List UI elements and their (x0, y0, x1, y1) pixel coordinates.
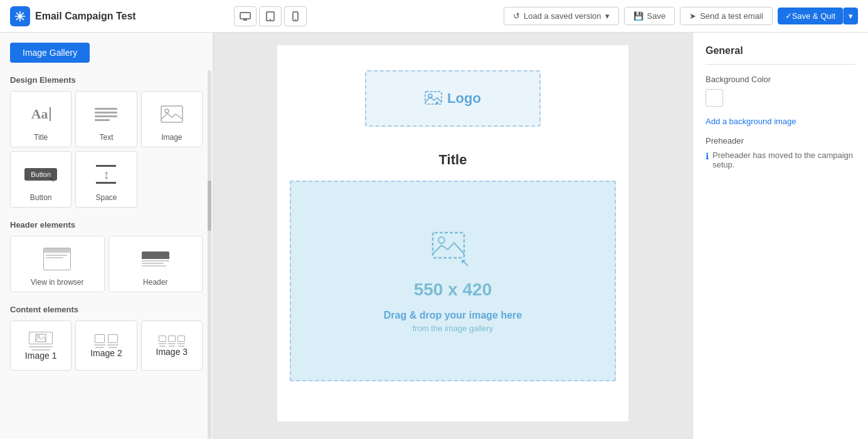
view-in-browser-label: View in browser (31, 278, 83, 287)
svg-point-8 (165, 109, 169, 113)
text-element-card[interactable]: Text (75, 91, 137, 147)
panel-title: General (706, 45, 855, 56)
button-element-card[interactable]: Button ↖ Button (10, 151, 71, 208)
content-img2-card[interactable]: Image 2 (75, 320, 137, 371)
svg-text:↖: ↖ (460, 257, 470, 269)
info-icon: ℹ (706, 151, 709, 161)
text-element-label: Text (99, 133, 113, 142)
drop-zone-icon: ↖ (428, 229, 478, 272)
tablet-icon (266, 11, 275, 21)
add-bg-image-link[interactable]: Add a background image (706, 117, 855, 126)
text-element-icon (95, 99, 117, 129)
save-quit-btn[interactable]: ✓ Save & Quit (778, 8, 843, 24)
content-elements-grid: Image 1 (10, 320, 203, 371)
svg-rect-7 (161, 106, 183, 122)
content-img2-icon (94, 334, 119, 348)
preheader-title: Preheader (706, 136, 855, 145)
title-element-label: Title (34, 133, 48, 142)
svg-rect-11 (425, 92, 442, 104)
checkmark-icon: ✓ (785, 11, 792, 21)
app-logo: Email Campaign Test (10, 6, 136, 26)
desktop-view-btn[interactable] (234, 6, 257, 26)
email-canvas-area: Logo Title ↖ 550 x 420 (213, 33, 692, 439)
monitor-icon (240, 12, 251, 21)
content-img3-label: Image 3 (156, 347, 188, 357)
view-in-browser-icon (43, 244, 71, 274)
email-canvas: Logo Title ↖ 550 x 420 (277, 45, 628, 421)
sidebar-scrollbar[interactable] (208, 70, 211, 439)
logo-text: Logo (447, 90, 481, 107)
bg-color-swatch[interactable] (706, 89, 723, 107)
header-actions: ↺ Load a saved version ▾ 💾 Save ➤ Send a… (504, 7, 858, 25)
content-elements-title: Content elements (10, 305, 203, 314)
image-element-label: Image (161, 133, 182, 142)
view-in-browser-card[interactable]: View in browser (10, 236, 105, 292)
header-element-card[interactable]: Header (109, 236, 203, 292)
svg-point-13 (436, 102, 438, 104)
history-icon: ↺ (513, 11, 520, 21)
svg-point-10 (37, 335, 40, 337)
header-elements-title: Header elements (10, 220, 203, 230)
header-elements-grid: View in browser Header (10, 236, 203, 292)
drop-size-label: 550 x 420 (414, 280, 492, 300)
load-saved-btn[interactable]: ↺ Load a saved version ▾ (504, 7, 619, 25)
save-btn[interactable]: 💾 Save (624, 7, 675, 25)
main-layout: Image Gallery Design Elements Aa Title (0, 33, 868, 439)
tablet-view-btn[interactable] (259, 6, 282, 26)
snowflake-icon (14, 10, 26, 23)
preheader-info: ℹ Preheader has moved to the campaign se… (706, 151, 855, 169)
content-img1-card[interactable]: Image 1 (10, 320, 71, 371)
brand-icon (10, 6, 30, 26)
button-element-icon: Button ↖ (24, 159, 57, 189)
drop-subtext: from the image gallery (413, 324, 494, 333)
save-quit-dropdown-btn[interactable]: ▾ (843, 8, 858, 24)
app-header: Email Campaign Test ↺ Load a saved (0, 0, 868, 33)
header-element-icon (142, 244, 169, 274)
save-quit-group: ✓ Save & Quit ▾ (778, 8, 858, 24)
title-element-icon: Aa (31, 99, 51, 129)
design-elements-title: Design Elements (10, 75, 203, 85)
image-gallery-btn[interactable]: Image Gallery (10, 43, 90, 63)
right-panel: General Background Color Add a backgroun… (692, 33, 868, 439)
svg-point-4 (270, 19, 271, 20)
logo-block[interactable]: Logo (365, 70, 541, 127)
mobile-view-btn[interactable] (284, 6, 307, 26)
dropdown-arrow-icon: ▾ (605, 11, 610, 21)
content-img1-label: Image 1 (25, 351, 57, 361)
svg-rect-0 (240, 13, 250, 19)
image-element-card[interactable]: Image (141, 91, 203, 147)
svg-point-15 (438, 237, 445, 243)
title-element-card[interactable]: Aa Title (10, 91, 71, 147)
svg-rect-14 (433, 233, 464, 258)
image-drop-zone[interactable]: ↖ 550 x 420 Drag & drop your image here … (290, 181, 616, 381)
logo-placeholder-icon (425, 91, 442, 106)
preheader-info-text: Preheader has moved to the campaign setu… (712, 151, 855, 169)
design-elements-grid: Aa Title Text (10, 91, 203, 208)
panel-divider (706, 64, 855, 65)
svg-point-6 (295, 19, 297, 20)
bg-color-label: Background Color (706, 75, 855, 84)
content-img1-icon (29, 332, 53, 351)
canvas-title[interactable]: Title (277, 145, 628, 181)
button-element-label: Button (30, 193, 52, 202)
space-element-card[interactable]: ↕ Space (75, 151, 137, 208)
space-element-icon: ↕ (96, 159, 116, 189)
send-icon: ➤ (689, 11, 696, 21)
header-element-label: Header (143, 278, 167, 287)
image-element-icon (161, 99, 183, 129)
device-switcher (234, 6, 307, 26)
space-element-label: Space (95, 193, 117, 202)
content-img3-card[interactable]: Image 3 (141, 320, 203, 371)
phone-icon (292, 11, 299, 21)
send-test-btn[interactable]: ➤ Send a test email (680, 7, 772, 25)
content-img3-icon (158, 336, 185, 347)
app-title: Email Campaign Test (35, 11, 136, 22)
drop-text: Drag & drop your image here (384, 310, 522, 321)
save-icon: 💾 (633, 11, 643, 21)
content-img2-label: Image 2 (90, 348, 122, 358)
sidebar: Image Gallery Design Elements Aa Title (0, 33, 213, 439)
chevron-down-icon: ▾ (849, 11, 853, 21)
